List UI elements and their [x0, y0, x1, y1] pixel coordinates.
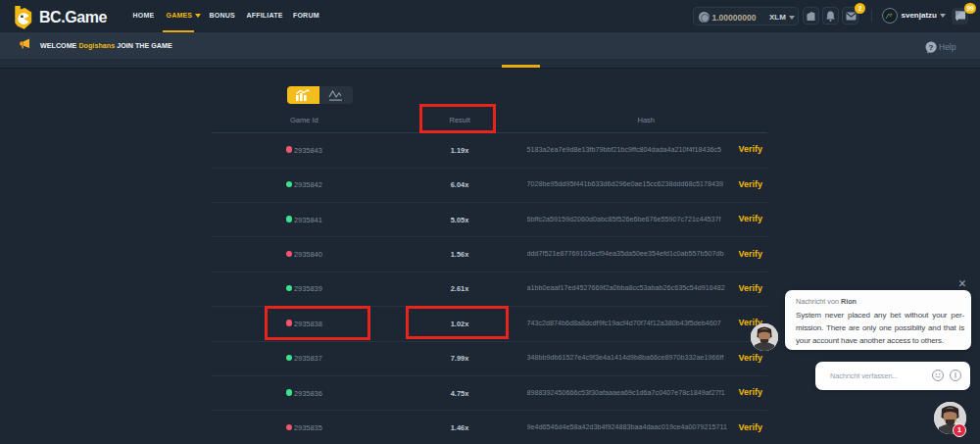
svg-text:?: ? [929, 42, 934, 51]
